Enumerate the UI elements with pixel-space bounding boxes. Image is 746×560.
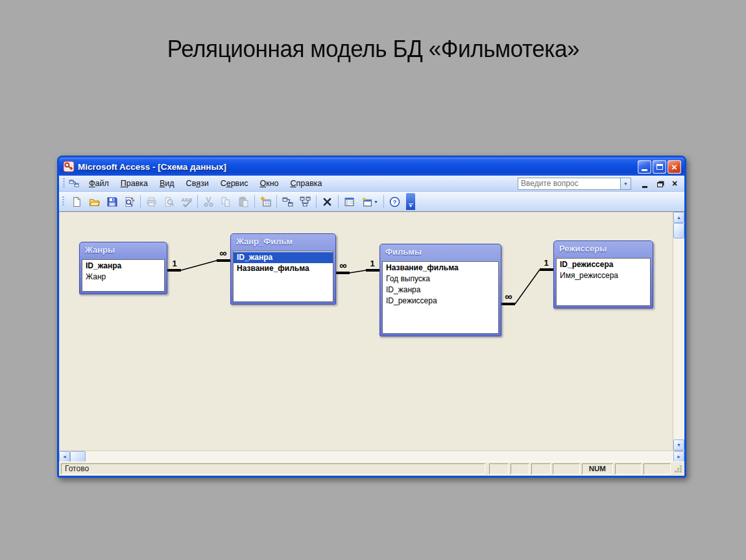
table-title[interactable]: Жанр_Фильм — [231, 234, 335, 250]
menu-item-окно[interactable]: Окно — [254, 177, 284, 190]
delete-button[interactable] — [319, 194, 335, 209]
status-panel — [511, 463, 530, 474]
mdi-window-controls: × — [640, 180, 679, 188]
status-panel — [531, 463, 551, 474]
field-row[interactable]: Год выпуска — [383, 274, 498, 285]
table-field-list: Название_фильмаГод выпускаID_жанраID_реж… — [382, 261, 499, 334]
print-preview-icon — [163, 196, 174, 207]
table-field-list: ID_жанраЖанр — [82, 259, 165, 292]
status-panel — [615, 463, 642, 474]
menu-item-связи[interactable]: Связи — [180, 177, 215, 190]
copy-button[interactable] — [218, 194, 234, 209]
relationship-line[interactable]: ∞1 — [501, 258, 553, 304]
table-жанр_фильм[interactable]: Жанр_ФильмID_жанраНазвание_фильма — [230, 233, 336, 305]
minimize-button[interactable] — [638, 160, 651, 174]
relationship-line[interactable]: ∞1 — [336, 259, 379, 273]
new-object-icon — [361, 196, 372, 207]
menu-item-сервис[interactable]: Сервис — [215, 177, 254, 190]
field-row[interactable]: ID_режиссера — [557, 259, 650, 270]
table-field-list: ID_жанраНазвание_фильма — [233, 251, 333, 302]
toolbar-separator — [197, 195, 198, 208]
minimize-icon — [642, 169, 647, 171]
scroll-up-button[interactable]: ▲ — [673, 212, 684, 223]
field-row[interactable]: ID_жанра — [82, 261, 164, 272]
new-object-button[interactable]: ▼ — [359, 194, 381, 209]
chevron-down-icon: ▼ — [409, 205, 413, 207]
mdi-close-button[interactable]: × — [670, 180, 679, 188]
slide-title: Реляционная модель БД «Фильмотека» — [0, 36, 746, 63]
print-button[interactable] — [143, 194, 160, 209]
schema-document-icon[interactable] — [69, 178, 79, 189]
scroll-right-button[interactable]: ► — [673, 451, 684, 462]
menu-item-файл[interactable]: Файл — [83, 177, 115, 190]
table-жанры[interactable]: ЖанрыID_жанраЖанр — [79, 242, 167, 294]
chevron-down-icon: ▼ — [374, 200, 378, 204]
paste-button[interactable] — [235, 194, 252, 209]
mdi-restore-icon — [657, 182, 663, 187]
direct-relationships-icon — [282, 196, 293, 207]
mdi-restore-button[interactable] — [655, 180, 664, 188]
close-button[interactable]: × — [668, 160, 681, 174]
menu-bar-items: ФайлПравкаВидСвязиСервисОкноСправка — [83, 177, 328, 190]
field-row[interactable]: Название_фильма — [383, 262, 498, 274]
status-panel — [553, 463, 580, 474]
delete-icon — [322, 196, 333, 207]
help-button[interactable]: ? — [387, 194, 403, 209]
vertical-scroll-track[interactable] — [673, 239, 684, 439]
horizontal-scroll-thumb[interactable] — [70, 451, 86, 462]
menu-item-справка[interactable]: Справка — [285, 177, 328, 190]
table-title[interactable]: Режиссеры — [554, 241, 653, 257]
horizontal-scrollbar[interactable]: ◄ ► — [59, 450, 684, 461]
show-table-button[interactable] — [258, 194, 274, 209]
menu-item-вид[interactable]: Вид — [154, 177, 180, 190]
spelling-button[interactable]: АБВ — [178, 194, 195, 209]
table-фильмы[interactable]: ФильмыНазвание_фильмаГод выпускаID_жанра… — [379, 244, 501, 336]
table-title[interactable]: Жанры — [80, 242, 167, 258]
scroll-down-button[interactable]: ▼ — [673, 439, 684, 450]
field-row[interactable]: Название_фильма — [234, 263, 333, 274]
chevron-down-icon[interactable]: ▼ — [620, 178, 631, 190]
toolbar-separator — [383, 195, 384, 208]
database-window-button[interactable] — [341, 194, 357, 209]
menu-item-правка[interactable]: Правка — [115, 177, 154, 190]
save-button[interactable] — [104, 194, 120, 209]
field-row[interactable]: Имя_режиссера — [557, 270, 650, 281]
open-folder-icon — [89, 196, 100, 207]
table-режиссеры[interactable]: РежиссерыID_режиссераИмя_режиссера — [553, 240, 653, 309]
vertical-scroll-thumb[interactable] — [673, 223, 684, 239]
save-icon — [106, 196, 117, 207]
ask-question-input[interactable] — [518, 178, 620, 190]
status-bar: Готово NUM — [59, 461, 684, 476]
cardinality-label: ∞ — [219, 248, 226, 259]
field-row[interactable]: Жанр — [82, 272, 164, 283]
field-row[interactable]: ID_жанра — [383, 285, 498, 296]
toolbar-separator — [338, 195, 339, 208]
menubar-drag-handle[interactable] — [63, 178, 65, 189]
open-folder-button[interactable] — [86, 194, 102, 209]
file-search-button[interactable] — [121, 194, 138, 209]
table-title[interactable]: Фильмы — [380, 244, 501, 260]
field-row[interactable]: ID_режиссера — [383, 296, 498, 307]
toolbar-drag-handle[interactable] — [62, 196, 64, 207]
database-window-icon — [344, 196, 355, 207]
new-file-button[interactable] — [69, 194, 85, 209]
svg-text:?: ? — [393, 198, 397, 205]
scroll-left-button[interactable]: ◄ — [59, 451, 70, 462]
relationship-line[interactable]: 1∞ — [167, 248, 230, 270]
direct-relationships-button[interactable] — [280, 194, 296, 209]
relationships-canvas[interactable]: 1∞∞1∞1 ЖанрыID_жанраЖанрЖанр_ФильмID_жан… — [59, 212, 673, 450]
toolbar-options-button[interactable]: ▼ — [406, 193, 415, 210]
window-titlebar[interactable]: Microsoft Access - [Схема данных] × — [59, 158, 684, 176]
horizontal-scroll-track[interactable] — [86, 451, 673, 461]
all-relationships-button[interactable] — [297, 194, 313, 209]
mdi-minimize-button[interactable] — [640, 180, 649, 188]
vertical-scrollbar[interactable]: ▲ ▼ — [673, 212, 684, 450]
resize-grip-icon[interactable] — [674, 465, 682, 473]
show-table-icon — [260, 196, 271, 207]
print-preview-button[interactable] — [161, 194, 177, 209]
status-panel — [644, 463, 671, 474]
cut-button[interactable] — [200, 194, 217, 209]
field-row[interactable]: ID_жанра — [234, 252, 333, 263]
status-num: NUM — [582, 463, 613, 474]
maximize-button[interactable] — [653, 160, 666, 174]
